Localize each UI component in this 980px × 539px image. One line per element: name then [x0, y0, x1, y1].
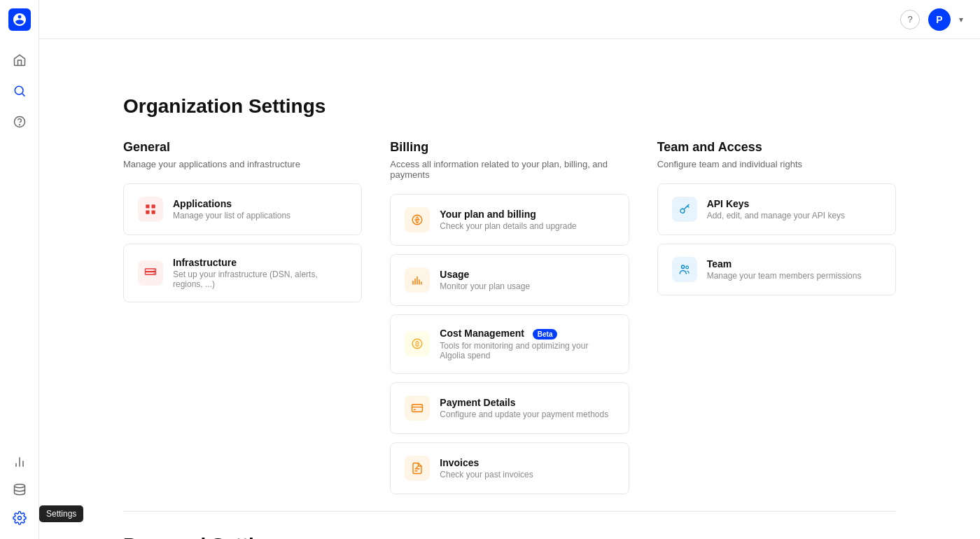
team-title: Team	[707, 258, 862, 270]
svg-rect-8	[146, 211, 149, 214]
svg-point-18	[680, 209, 685, 213]
beta-badge: Beta	[533, 329, 558, 340]
sidebar-item-settings[interactable]	[7, 505, 32, 531]
team-access-subtitle: Configure team and individual rights	[657, 159, 896, 169]
infrastructure-card[interactable]: Infrastructure Set up your infrastructur…	[123, 244, 362, 302]
help-icon: ?	[907, 14, 912, 24]
plan-billing-desc: Check your plan details and upgrade	[440, 221, 576, 231]
invoices-card[interactable]: Invoices Check your past invoices	[390, 442, 629, 494]
applications-desc: Manage your list of applications	[173, 211, 290, 220]
svg-point-12	[154, 270, 155, 271]
payment-details-desc: Configure and update your payment method…	[440, 410, 608, 419]
usage-desc: Monitor your plan usage	[440, 281, 530, 291]
api-keys-desc: Add, edit, and manage your API keys	[707, 211, 845, 220]
svg-point-13	[154, 273, 155, 274]
svg-point-5	[18, 517, 21, 520]
infrastructure-icon	[138, 260, 163, 286]
help-button[interactable]: ?	[900, 10, 920, 29]
svg-point-3	[19, 125, 20, 125]
usage-card[interactable]: Usage Monitor your plan usage	[390, 254, 629, 306]
api-keys-icon	[672, 197, 697, 222]
usage-title: Usage	[440, 269, 530, 280]
cost-management-desc: Tools for monitoring and optimizing your…	[440, 341, 614, 360]
content-area: Organization Settings General Manage you…	[81, 67, 938, 539]
sidebar	[0, 0, 39, 539]
team-access-column: Team and Access Configure team and indiv…	[657, 140, 896, 503]
sidebar-item-analytics[interactable]	[7, 449, 32, 475]
cost-management-text: Cost Management Beta Tools for monitorin…	[440, 328, 614, 360]
cost-management-icon	[405, 331, 430, 356]
team-desc: Manage your team members permissions	[707, 271, 862, 281]
invoices-title: Invoices	[440, 457, 533, 468]
svg-point-4	[14, 484, 24, 488]
billing-subtitle: Access all information related to your p…	[390, 159, 629, 180]
payment-details-icon	[405, 396, 430, 421]
api-keys-card[interactable]: API Keys Add, edit, and manage your API …	[657, 183, 896, 235]
cost-management-card[interactable]: Cost Management Beta Tools for monitorin…	[390, 314, 629, 374]
settings-grid: General Manage your applications and inf…	[123, 140, 896, 503]
logo-icon[interactable]	[8, 8, 31, 31]
top-bar: ? P ▾	[39, 0, 980, 39]
svg-point-20	[686, 266, 689, 269]
sidebar-bottom	[7, 449, 32, 531]
applications-icon	[138, 197, 163, 222]
payment-details-text: Payment Details Configure and update you…	[440, 397, 608, 419]
page-title: Organization Settings	[123, 95, 896, 118]
section-divider	[123, 511, 896, 512]
infrastructure-text: Infrastructure Set up your infrastructur…	[173, 257, 347, 289]
plan-billing-card[interactable]: Your plan and billing Check your plan de…	[390, 194, 629, 246]
general-column: General Manage your applications and inf…	[123, 140, 362, 503]
infrastructure-desc: Set up your infrastructure (DSN, alerts,…	[173, 270, 347, 289]
team-card[interactable]: Team Manage your team members permission…	[657, 244, 896, 295]
invoices-text: Invoices Check your past invoices	[440, 457, 533, 479]
api-keys-title: API Keys	[707, 198, 845, 209]
billing-title: Billing	[390, 140, 629, 155]
plan-billing-text: Your plan and billing Check your plan de…	[440, 209, 576, 231]
invoices-icon	[405, 456, 430, 481]
main-content: Organization Settings General Manage you…	[39, 0, 980, 539]
personal-title: Personal Settings	[123, 534, 896, 539]
infrastructure-title: Infrastructure	[173, 257, 347, 268]
general-subtitle: Manage your applications and infrastruct…	[123, 159, 362, 169]
svg-rect-7	[152, 204, 155, 208]
sidebar-item-home[interactable]	[7, 48, 32, 73]
payment-details-card[interactable]: Payment Details Configure and update you…	[390, 382, 629, 434]
sidebar-item-search[interactable]	[7, 78, 32, 104]
billing-column: Billing Access all information related t…	[390, 140, 629, 503]
chevron-down-icon[interactable]: ▾	[959, 15, 963, 24]
team-access-title: Team and Access	[657, 140, 896, 155]
team-icon	[672, 257, 697, 282]
svg-rect-9	[152, 211, 155, 214]
plan-billing-icon	[405, 207, 430, 232]
usage-text: Usage Monitor your plan usage	[440, 269, 530, 291]
svg-point-1	[15, 86, 23, 94]
usage-icon	[405, 267, 430, 293]
sidebar-item-help[interactable]	[7, 109, 32, 134]
team-text: Team Manage your team members permission…	[707, 258, 862, 281]
user-avatar[interactable]: P	[928, 8, 951, 31]
payment-details-title: Payment Details	[440, 397, 608, 408]
svg-rect-17	[414, 409, 416, 410]
applications-text: Applications Manage your list of applica…	[173, 198, 290, 220]
plan-billing-title: Your plan and billing	[440, 209, 576, 220]
invoices-desc: Check your past invoices	[440, 470, 533, 479]
applications-title: Applications	[173, 198, 290, 209]
svg-point-19	[681, 265, 685, 269]
svg-rect-16	[412, 405, 423, 412]
api-keys-text: API Keys Add, edit, and manage your API …	[707, 198, 845, 220]
applications-card[interactable]: Applications Manage your list of applica…	[123, 183, 362, 235]
cost-management-title: Cost Management Beta	[440, 328, 614, 340]
general-title: General	[123, 140, 362, 155]
sidebar-item-database[interactable]	[7, 477, 32, 503]
svg-rect-6	[146, 204, 149, 208]
